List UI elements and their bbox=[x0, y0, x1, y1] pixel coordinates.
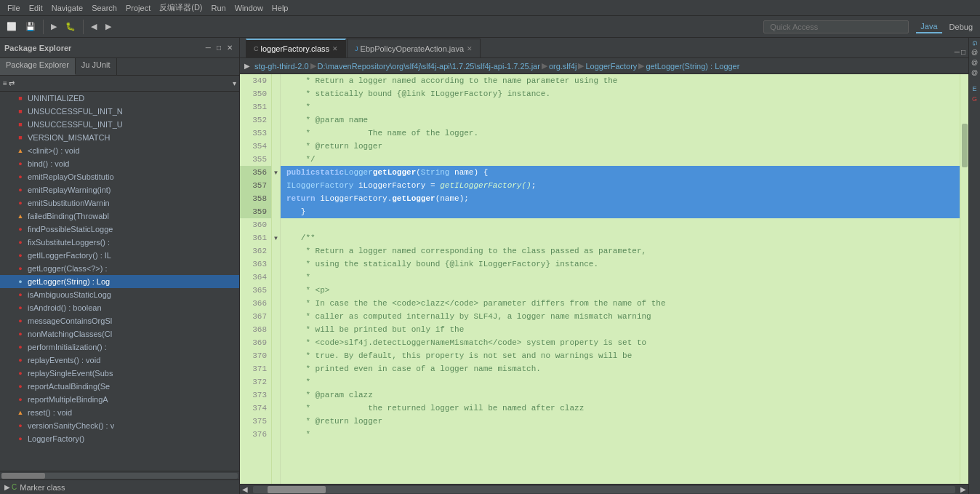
tree-item-emit-replay-warning[interactable]: ● emitReplayWarning(int) bbox=[0, 183, 239, 196]
tree-item-unsuccessful-init-n[interactable]: ■ UNSUCCESSFUL_INIT_N bbox=[0, 105, 239, 118]
tab-package-explorer[interactable]: Package Explorer bbox=[0, 58, 76, 75]
tree-item-emit-replay[interactable]: ● emitReplayOrSubstitutio bbox=[0, 170, 239, 183]
fold-362 bbox=[272, 244, 280, 258]
tree-item-label: versionSanityCheck() : v bbox=[28, 421, 114, 430]
tree-item-report-actual[interactable]: ● reportActualBinding(Se bbox=[0, 380, 239, 393]
tree-item-fix-substitute[interactable]: ● fixSubstituteLoggers() : bbox=[0, 236, 239, 249]
fold-361[interactable]: ▼ bbox=[272, 231, 280, 244]
right-sidebar: G @ @ @ E G bbox=[968, 38, 980, 494]
tree-item-message-contains[interactable]: ● messageContainsOrgSl bbox=[0, 314, 239, 327]
class-icon: C bbox=[12, 483, 17, 491]
hscroll-track[interactable] bbox=[253, 486, 955, 493]
tree-item-logger-factory-constructor[interactable]: ● LoggerFactory() bbox=[0, 432, 239, 445]
tab-close-btn-2[interactable]: ✕ bbox=[467, 45, 473, 52]
tree-item-perform-init[interactable]: ● performInitialization() : bbox=[0, 340, 239, 354]
tree-item-label: isAmbiguousStaticLogg bbox=[28, 290, 111, 299]
right-sidebar-btn-2[interactable]: @ bbox=[971, 49, 978, 56]
expand-marker-btn[interactable]: ▶ bbox=[3, 483, 12, 491]
editor-maximize-btn[interactable]: □ bbox=[961, 48, 965, 56]
menu-run[interactable]: Run bbox=[207, 2, 230, 14]
toolbar-btn-save[interactable]: 💾 bbox=[22, 20, 39, 33]
editor-vscrollbar[interactable] bbox=[960, 74, 968, 484]
right-sidebar-btn-4[interactable]: @ bbox=[971, 69, 978, 76]
editor-hscroll[interactable]: ◀ ▶ bbox=[240, 484, 968, 494]
tree-item-unsuccessful-init-u[interactable]: ■ UNSUCCESSFUL_INIT_U bbox=[0, 118, 239, 131]
panel-maximize-btn[interactable]: □ bbox=[214, 43, 223, 52]
breadcrumb-package[interactable]: org.slf4j bbox=[549, 62, 577, 71]
editor-area: 349 350 351 352 353 354 355 356 357 358 … bbox=[240, 74, 968, 484]
editor-minimize-btn[interactable]: ─ bbox=[955, 48, 960, 56]
panel-minimize-btn[interactable]: ─ bbox=[204, 43, 213, 52]
tree-item-clinit[interactable]: ▲ <clinit>() : void bbox=[0, 144, 239, 157]
toolbar-btn-debug[interactable]: 🐛 bbox=[62, 20, 79, 33]
breadcrumb-method[interactable]: getLogger(String) : Logger bbox=[646, 62, 739, 71]
code-area[interactable]: * Return a logger named according to the… bbox=[281, 74, 960, 484]
toolbar-btn-new[interactable]: ⬜ bbox=[3, 20, 20, 33]
tree-item-non-matching[interactable]: ● nonMatchingClasses(Cl bbox=[0, 327, 239, 340]
method-icon: ● bbox=[15, 367, 26, 379]
panel-close-btn[interactable]: ✕ bbox=[225, 43, 235, 52]
tab-ebp-policy[interactable]: J EbpPolicyOperateAction.java ✕ bbox=[347, 39, 481, 57]
menu-decompiler[interactable]: 反编译器(D) bbox=[155, 1, 206, 15]
tree-item-version-sanity[interactable]: ● versionSanityCheck() : v bbox=[0, 419, 239, 432]
toolbar-btn-run[interactable]: ▶ bbox=[47, 20, 60, 33]
quick-access-input[interactable] bbox=[763, 20, 909, 33]
tree-item-label: failedBinding(Throwabl bbox=[28, 212, 109, 220]
tree-item-get-ilogger[interactable]: ● getILoggerFactory() : IL bbox=[0, 249, 239, 262]
tree-item-reset[interactable]: ▲ reset() : void bbox=[0, 406, 239, 419]
right-sidebar-btn-5[interactable]: E bbox=[972, 85, 976, 92]
hscroll-left-btn[interactable]: ◀ bbox=[240, 485, 250, 493]
tree-item-label: getLogger(Class<?>) : bbox=[28, 264, 107, 273]
toolbar-btn-back[interactable]: ◀ bbox=[87, 20, 100, 33]
menu-window[interactable]: Window bbox=[230, 2, 268, 14]
breadcrumb-arrow[interactable]: ▶ bbox=[244, 62, 250, 70]
breadcrumb-class[interactable]: LoggerFactory bbox=[585, 62, 637, 71]
tree-item-replay-single[interactable]: ● replaySingleEvent(Subs bbox=[0, 367, 239, 380]
tree-item-is-android[interactable]: ● isAndroid() : boolean bbox=[0, 301, 239, 314]
tab-logger-factory[interactable]: C loggerFactory.class ✕ bbox=[246, 39, 346, 57]
tree-view-menu-btn[interactable]: ▾ bbox=[233, 79, 236, 87]
breadcrumb-project[interactable]: stg-gh-third-2.0 bbox=[254, 62, 309, 71]
tree-item-report-multiple[interactable]: ● reportMultipleBindingA bbox=[0, 393, 239, 406]
debug-perspective-btn[interactable]: Debug bbox=[945, 21, 977, 33]
fold-356[interactable]: ▼ bbox=[272, 166, 280, 179]
menu-file[interactable]: File bbox=[3, 2, 25, 14]
menu-search[interactable]: Search bbox=[87, 2, 121, 14]
tree-item-bind[interactable]: ● bind() : void bbox=[0, 157, 239, 170]
tree-item-uninitialized[interactable]: ■ UNINITIALIZED bbox=[0, 92, 239, 105]
tree-item-version-mismatch[interactable]: ■ VERSION_MISMATCH bbox=[0, 131, 239, 144]
right-sidebar-btn-3[interactable]: @ bbox=[971, 59, 978, 66]
tree-item-find-possible[interactable]: ● findPossibleStaticLogge bbox=[0, 223, 239, 236]
hscroll-right-btn[interactable]: ▶ bbox=[958, 485, 968, 493]
line-num-359: 359 bbox=[240, 205, 271, 218]
tab-junit[interactable]: Ju JUnit bbox=[76, 58, 117, 75]
scrollbar-up-btn[interactable] bbox=[960, 74, 968, 80]
breadcrumb: ▶ stg-gh-third-2.0 ▶ D:\mavenRepository\… bbox=[240, 58, 968, 74]
tab-close-btn[interactable]: ✕ bbox=[332, 45, 338, 52]
link-editor-btn[interactable]: ⇄ bbox=[9, 79, 15, 87]
line-num-373: 373 bbox=[240, 389, 271, 402]
marker-class-item[interactable]: C Marker class bbox=[12, 483, 236, 492]
hscroll-thumb[interactable] bbox=[268, 486, 326, 493]
tree-item-replay-events[interactable]: ● replayEvents() : void bbox=[0, 354, 239, 367]
tree-item-get-logger-string[interactable]: ● getLogger(String) : Log bbox=[0, 275, 239, 288]
tree-item-failed-binding[interactable]: ▲ failedBinding(Throwabl bbox=[0, 210, 239, 223]
menu-help[interactable]: Help bbox=[268, 2, 293, 14]
right-sidebar-btn-1[interactable]: G bbox=[971, 41, 979, 46]
tree-item-is-ambiguous[interactable]: ● isAmbiguousStaticLogg bbox=[0, 288, 239, 301]
java-perspective-btn[interactable]: Java bbox=[916, 20, 941, 33]
menu-project[interactable]: Project bbox=[121, 2, 155, 14]
tree-item-label: fixSubstituteLoggers() : bbox=[28, 238, 110, 247]
tree-item-emit-substitution[interactable]: ● emitSubstitutionWarnin bbox=[0, 196, 239, 210]
scrollbar-thumb[interactable] bbox=[962, 124, 968, 167]
right-sidebar-btn-6[interactable]: G bbox=[972, 95, 977, 103]
code-line-366: * In case the the <code>clazz</code> par… bbox=[281, 297, 960, 310]
tree-hscroll[interactable] bbox=[0, 471, 239, 479]
toolbar-btn-forward[interactable]: ▶ bbox=[102, 20, 115, 33]
tree-item-get-logger-class[interactable]: ● getLogger(Class<?>) : bbox=[0, 262, 239, 275]
menu-edit[interactable]: Edit bbox=[25, 2, 47, 14]
menu-navigate[interactable]: Navigate bbox=[47, 2, 87, 14]
code-line-357: ILoggerFactory iLoggerFactory = getILogg… bbox=[281, 179, 960, 192]
breadcrumb-jar[interactable]: D:\mavenRepository\org\slf4j\slf4j-api\1… bbox=[318, 62, 540, 71]
collapse-all-btn[interactable]: ≡ bbox=[3, 79, 7, 87]
